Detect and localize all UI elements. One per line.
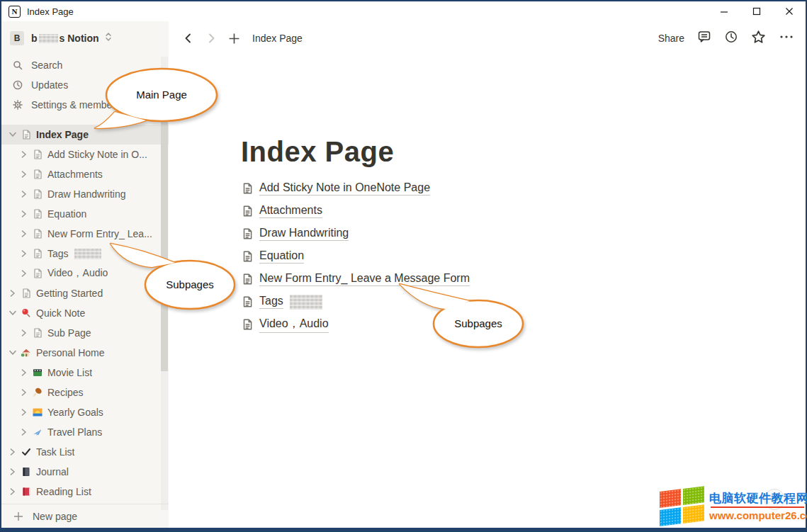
sidebar-item-equation[interactable]: Equation — [1, 204, 169, 224]
link-new-form-entry[interactable]: New Form Entry_ Leave a Message Form — [241, 268, 806, 290]
page-title: Index Page — [241, 135, 806, 169]
chevron-right-icon[interactable] — [18, 248, 30, 259]
app-window: N Index Page B b s Notion — [0, 0, 807, 532]
chevron-right-icon[interactable] — [18, 327, 30, 339]
chevron-right-icon[interactable] — [18, 367, 30, 378]
sidebar-item-task-list[interactable]: Task List — [1, 442, 169, 462]
sidebar-item-index-page[interactable]: Index Page — [1, 125, 169, 145]
sidebar-item-draw-handwriting[interactable]: Draw Handwriting — [1, 184, 169, 204]
movie-icon — [31, 367, 43, 379]
search-icon — [11, 60, 24, 71]
notion-logo-icon: N — [9, 6, 21, 18]
back-button[interactable] — [180, 30, 197, 47]
document-icon — [20, 288, 32, 300]
star-icon — [751, 30, 766, 45]
minimize-button[interactable] — [708, 1, 740, 21]
sidebar-item-attachments[interactable]: Attachments — [1, 164, 169, 184]
sidebar-item-getting-started[interactable]: Getting Started — [1, 283, 169, 303]
sidebar-item-updates[interactable]: Updates — [1, 75, 169, 95]
watermark-url: www.computer26.com — [709, 509, 806, 521]
chevron-right-icon[interactable] — [18, 228, 30, 239]
chevron-down-icon[interactable] — [7, 129, 18, 140]
blurred-text — [39, 34, 58, 43]
favorite-button[interactable] — [751, 30, 766, 47]
chevron-right-icon[interactable] — [18, 149, 30, 160]
document-icon — [241, 318, 254, 331]
breadcrumb[interactable]: Index Page — [252, 33, 303, 44]
document-icon — [241, 250, 254, 263]
chevron-right-icon — [205, 33, 217, 44]
sidebar-item-reading-list[interactable]: Reading List — [1, 482, 169, 502]
link-tags[interactable]: Tags — [241, 290, 806, 313]
notebook-icon — [20, 466, 32, 478]
page-tree: Index Page Add Sticky Note in O... Attac… — [1, 125, 169, 502]
updates-clock-icon — [11, 79, 24, 91]
checkmark-icon — [20, 446, 32, 458]
sidebar-item-tags[interactable]: Tags — [1, 244, 169, 264]
link-attachments[interactable]: Attachments — [241, 200, 806, 222]
chevron-right-icon[interactable] — [7, 466, 18, 477]
logo-square-yellow — [683, 504, 704, 523]
windows-logo-icon — [660, 486, 705, 527]
chevron-right-icon[interactable] — [18, 426, 30, 438]
sidebar-item-movie-list[interactable]: Movie List — [1, 363, 169, 383]
pushpin-icon — [20, 307, 32, 319]
link-add-sticky-note[interactable]: Add Sticky Note in OneNote Page — [241, 177, 806, 200]
link-video-audio[interactable]: Video，Audio — [241, 313, 806, 336]
new-page-button[interactable]: New page — [1, 504, 169, 528]
clock-icon — [724, 30, 738, 44]
chevron-down-icon[interactable] — [7, 347, 18, 358]
drumstick-icon — [31, 387, 43, 399]
chevron-right-icon[interactable] — [7, 446, 18, 458]
link-equation[interactable]: Equation — [241, 245, 806, 268]
sidebar-item-personal-home[interactable]: Personal Home — [1, 343, 169, 363]
workspace-name: b s Notion — [31, 33, 99, 44]
subpage-links: Add Sticky Note in OneNote Page Attachme… — [241, 177, 806, 336]
sidebar-item-travel-plans[interactable]: Travel Plans — [1, 422, 169, 442]
document-icon — [31, 327, 43, 339]
sidebar-item-add-sticky-note[interactable]: Add Sticky Note in O... — [1, 145, 169, 164]
sidebar-item-quick-note[interactable]: Quick Note — [1, 303, 169, 323]
sidebar-item-video-audio[interactable]: Video，Audio — [1, 264, 169, 283]
chevron-down-icon[interactable] — [7, 307, 18, 319]
house-icon — [20, 347, 32, 359]
document-icon — [31, 149, 43, 161]
link-draw-handwriting[interactable]: Draw Handwriting — [241, 222, 806, 245]
maximize-button[interactable] — [740, 1, 773, 21]
logo-square-blue — [660, 507, 681, 526]
document-icon — [241, 295, 254, 308]
add-page-button[interactable] — [225, 30, 242, 47]
updates-button[interactable] — [724, 30, 738, 47]
title-bar: N Index Page — [1, 1, 806, 21]
workspace-avatar: B — [10, 31, 24, 45]
minimize-icon — [720, 7, 728, 16]
chevron-right-icon[interactable] — [18, 208, 30, 220]
chevron-right-icon[interactable] — [18, 407, 30, 418]
blurred-text — [74, 249, 101, 259]
sidebar-scrollbar-thumb[interactable] — [161, 68, 168, 371]
sidebar-item-search[interactable]: Search — [1, 55, 169, 75]
ellipsis-icon — [779, 30, 794, 44]
sidebar-item-settings[interactable]: Settings & members — [1, 95, 169, 115]
forward-button[interactable] — [203, 30, 220, 47]
comments-button[interactable] — [697, 30, 711, 47]
chevron-right-icon[interactable] — [7, 486, 18, 497]
sidebar-item-recipes[interactable]: Recipes — [1, 383, 169, 402]
sidebar-item-sub-page[interactable]: Sub Page — [1, 323, 169, 343]
chevron-right-icon[interactable] — [18, 169, 30, 180]
more-options-button[interactable] — [779, 30, 794, 47]
sidebar-item-yearly-goals[interactable]: Yearly Goals — [1, 402, 169, 422]
airplane-icon — [31, 426, 43, 438]
chevron-right-icon[interactable] — [18, 387, 30, 398]
workspace-switcher[interactable]: B b s Notion — [1, 27, 169, 50]
main-content: Index Page Share Index Page — [169, 21, 806, 528]
chevron-right-icon[interactable] — [18, 268, 30, 279]
chevron-right-icon[interactable] — [7, 288, 18, 299]
sidebar-item-journal[interactable]: Journal — [1, 462, 169, 482]
share-button[interactable]: Share — [658, 33, 684, 44]
close-button[interactable] — [773, 1, 806, 21]
chevron-right-icon[interactable] — [18, 188, 30, 200]
document-icon — [31, 268, 43, 280]
sidebar-item-new-form-entry[interactable]: New Form Entry_ Lea... — [1, 224, 169, 244]
red-book-icon — [20, 486, 32, 498]
